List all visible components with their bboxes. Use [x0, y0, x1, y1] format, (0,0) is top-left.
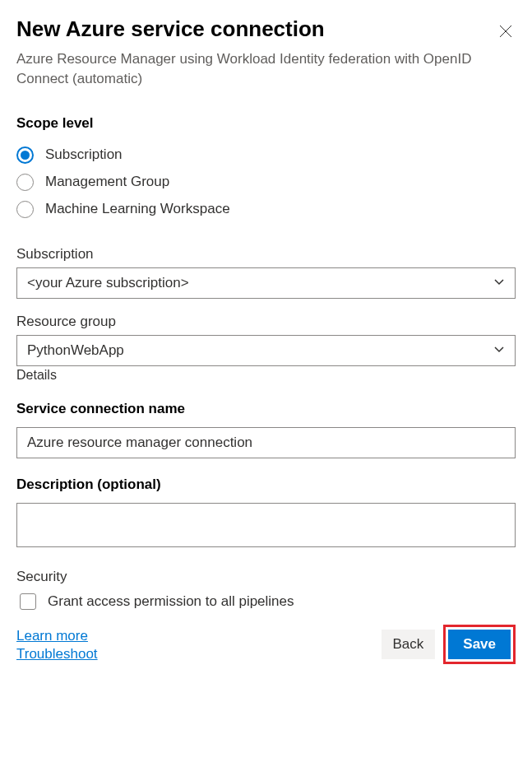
scope-radio-ml-workspace[interactable]: Machine Learning Workspace: [16, 196, 516, 223]
page-subtitle: Azure Resource Manager using Workload Id…: [16, 49, 477, 89]
chevron-down-icon: [493, 343, 505, 358]
subscription-select[interactable]: <your Azure subscription>: [16, 267, 516, 299]
description-textarea[interactable]: [16, 503, 516, 547]
scope-radio-management-group[interactable]: Management Group: [16, 169, 516, 196]
scope-radio-group: Subscription Management Group Machine Le…: [16, 142, 516, 223]
subscription-label: Subscription: [16, 246, 516, 263]
service-connection-label: Service connection name: [16, 401, 516, 417]
close-icon: [499, 26, 512, 40]
radio-label: Management Group: [45, 174, 169, 190]
scope-radio-subscription[interactable]: Subscription: [16, 142, 516, 169]
resource-group-label: Resource group: [16, 314, 516, 330]
learn-more-link[interactable]: Learn more: [16, 628, 98, 644]
grant-access-label: Grant access permission to all pipelines: [48, 593, 294, 610]
radio-icon: [16, 174, 34, 191]
resource-group-value: PythonWebApp: [27, 342, 493, 359]
page-title: New Azure service connection: [16, 16, 325, 42]
radio-label: Machine Learning Workspace: [45, 201, 230, 217]
radio-icon: [16, 201, 34, 218]
troubleshoot-link[interactable]: Troubleshoot: [16, 646, 98, 662]
close-button[interactable]: [496, 21, 516, 44]
save-button-highlight: Save: [443, 625, 516, 664]
radio-icon: [16, 146, 34, 164]
details-helper: Details: [16, 368, 516, 383]
back-button[interactable]: Back: [382, 630, 436, 659]
save-button[interactable]: Save: [448, 630, 511, 659]
scope-level-label: Scope level: [16, 115, 516, 132]
radio-label: Subscription: [45, 146, 123, 163]
resource-group-select[interactable]: PythonWebApp: [16, 335, 516, 366]
grant-access-checkbox[interactable]: [20, 593, 36, 610]
chevron-down-icon: [493, 276, 505, 291]
subscription-value: <your Azure subscription>: [27, 275, 493, 291]
service-connection-input[interactable]: [16, 427, 516, 458]
security-label: Security: [16, 569, 516, 585]
description-label: Description (optional): [16, 476, 516, 493]
